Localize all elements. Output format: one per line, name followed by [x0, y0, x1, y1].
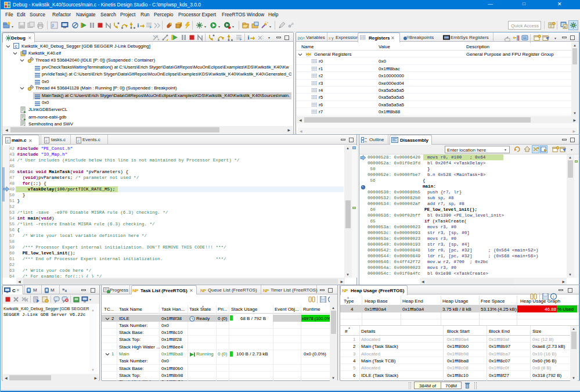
svg-text:c: c	[15, 44, 17, 49]
svg-text:P: P	[345, 288, 348, 293]
svg-text:i: i	[138, 22, 139, 28]
svg-text:P: P	[266, 288, 269, 293]
svg-text:c: c	[564, 25, 566, 28]
svg-text:β: β	[52, 23, 54, 28]
svg-text:P: P	[203, 288, 207, 293]
svg-text:i: i	[248, 34, 250, 41]
svg-text:P: P	[135, 288, 139, 293]
svg-text:x: x	[329, 35, 331, 41]
svg-text:(x)=: (x)=	[298, 36, 305, 40]
svg-text:y: y	[332, 36, 334, 41]
